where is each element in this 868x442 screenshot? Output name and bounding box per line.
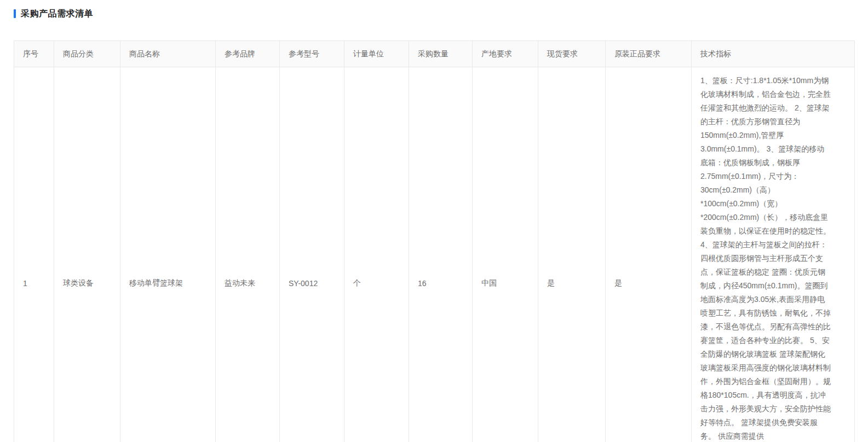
section-header: 采购产品需求清单 (14, 8, 868, 19)
cell-category: 球类设备 (54, 67, 120, 442)
page-title: 采购产品需求清单 (21, 8, 93, 20)
cell-quantity: 16 (409, 67, 473, 442)
col-header-unit: 计量单位 (344, 41, 409, 67)
col-header-index: 序号 (14, 41, 54, 67)
procurement-table: 序号 商品分类 商品名称 参考品牌 参考型号 计量单位 采购数量 产地要求 现货… (14, 40, 855, 442)
cell-tech-spec: 1、篮板：尺寸:1.8*1.05米*10mm为钢化玻璃材料制成，铝合金包边，完全… (692, 67, 855, 442)
title-accent-bar (14, 9, 16, 18)
table-header-row: 序号 商品分类 商品名称 参考品牌 参考型号 计量单位 采购数量 产地要求 现货… (14, 41, 855, 67)
col-header-name: 商品名称 (120, 41, 216, 67)
col-header-category: 商品分类 (54, 41, 120, 67)
table-row: 1 球类设备 移动单臂篮球架 益动未来 SY-0012 个 16 中国 是 是 … (14, 67, 855, 442)
tech-spec-text: 1、篮板：尺寸:1.8*1.05米*10mm为钢化玻璃材料制成，铝合金包边，完全… (700, 74, 832, 442)
col-header-origin: 产地要求 (473, 41, 538, 67)
col-header-brand: 参考品牌 (216, 41, 280, 67)
cell-origin: 中国 (473, 67, 538, 442)
cell-brand: 益动未来 (216, 67, 280, 442)
col-header-genuine: 原装正品要求 (606, 41, 692, 67)
col-header-model: 参考型号 (280, 41, 344, 67)
col-header-quantity: 采购数量 (409, 41, 473, 67)
col-header-stock: 现货要求 (538, 41, 606, 67)
cell-genuine: 是 (606, 67, 692, 442)
cell-index: 1 (14, 67, 54, 442)
cell-name: 移动单臂篮球架 (120, 67, 216, 442)
cell-model: SY-0012 (280, 67, 344, 442)
cell-stock: 是 (538, 67, 606, 442)
procurement-table-container: 序号 商品分类 商品名称 参考品牌 参考型号 计量单位 采购数量 产地要求 现货… (14, 40, 868, 442)
cell-unit: 个 (344, 67, 409, 442)
col-header-tech: 技术指标 (692, 41, 855, 67)
